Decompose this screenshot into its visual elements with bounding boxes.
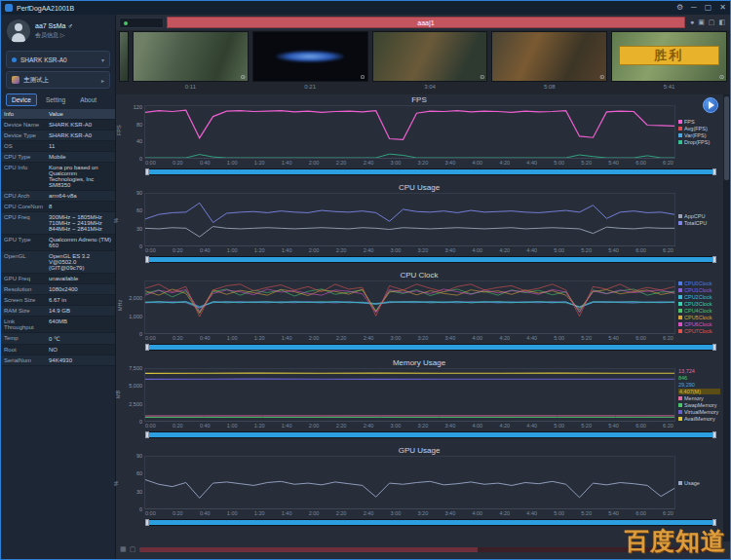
chart-scrollbar[interactable]: [145, 168, 716, 175]
info-key: Resolution: [1, 284, 46, 294]
legend-item[interactable]: TotalCPU: [678, 220, 720, 226]
scrollbar-left-handle[interactable]: [145, 344, 149, 351]
chart-plot[interactable]: [144, 280, 675, 334]
chart-plot[interactable]: [144, 193, 675, 246]
info-key: CPU Info: [1, 163, 46, 190]
legend-item[interactable]: CPU0Clock: [678, 280, 720, 286]
device-info-table: InfoValueDevice NameSHARK KSR-A0Device T…: [1, 109, 115, 559]
thumbnail[interactable]: ⊙0:11: [133, 31, 249, 93]
chart-plot[interactable]: [144, 456, 675, 509]
banner-row: aaa|1 ●▣▢◧: [116, 15, 730, 30]
x-tick-label: 4:20: [499, 509, 510, 518]
legend-item[interactable]: CPU7Clock: [678, 328, 720, 334]
minimize-button[interactable]: ─: [691, 2, 697, 14]
thumbnail[interactable]: ⊙3:04: [372, 31, 488, 93]
thumbnail[interactable]: 胜利⊙5:41: [611, 31, 727, 93]
scrollbar-left-handle[interactable]: [145, 256, 149, 263]
x-tick-label: 2:40: [364, 509, 374, 518]
maximize-button[interactable]: ▢: [705, 2, 712, 14]
legend-item[interactable]: Var(FPS): [678, 132, 720, 138]
legend-marker-icon: [678, 481, 682, 485]
x-axis-ticks: 0:000:200:401:001:201:402:002:202:403:00…: [118, 334, 720, 343]
chart-scrollbar-bar[interactable]: [147, 432, 714, 437]
thumbnail[interactable]: ⊙5:08: [491, 31, 607, 93]
thumbnail-image: 胜利⊙: [611, 31, 727, 82]
header-info: Info: [1, 109, 46, 119]
legend-item[interactable]: AppCPU: [678, 213, 720, 219]
chart-scrollbar-bar[interactable]: [147, 169, 714, 174]
legend-item[interactable]: CPU3Clock: [678, 301, 720, 307]
legend-item[interactable]: Usage: [678, 480, 720, 486]
table-row: Device NameSHARK KSR-A0: [1, 120, 115, 131]
table-row: CPU TypeMobile: [1, 152, 115, 163]
tab-setting[interactable]: Setting: [40, 93, 71, 106]
legend-item[interactable]: CPU2Clock: [678, 294, 720, 300]
scrollbar-left-handle[interactable]: [145, 431, 149, 438]
scrollbar-left-handle[interactable]: [145, 168, 149, 175]
legend-item[interactable]: VirtualMemory: [678, 409, 720, 415]
thumbnail-partial[interactable]: [119, 31, 129, 93]
legend-item[interactable]: CPU5Clock: [678, 315, 720, 320]
legend-item[interactable]: FPS: [678, 119, 720, 125]
user-subtitle[interactable]: 会员信息 ▷: [35, 31, 73, 40]
x-tick-label: 3:40: [444, 509, 455, 518]
table-row: Screen Size6.67 in: [1, 295, 115, 306]
x-tick-label: 3:20: [418, 334, 429, 343]
device-select[interactable]: SHARK KSR-A0 ▾: [6, 51, 110, 68]
legend-label: Var(FPS): [684, 132, 707, 138]
chevron-right-icon: ▸: [101, 77, 104, 84]
app-select[interactable]: 主测试上 ▸: [6, 71, 110, 89]
grid-toggle-icon[interactable]: ▦: [120, 545, 127, 553]
table-row: RAM Size14.9 GB: [1, 306, 115, 317]
legend-item[interactable]: AvailMemory: [678, 416, 720, 422]
table-row: CPU Freq300MHz ~ 1805MHz 710MHz ~ 2419MH…: [1, 212, 115, 235]
chart-scrollbar[interactable]: [145, 256, 716, 263]
displays-icon[interactable]: ◧: [718, 17, 725, 28]
scrollbar-right-handle[interactable]: [712, 344, 716, 351]
chart-scrollbar[interactable]: [145, 431, 716, 438]
y-axis-unit-label: %: [113, 218, 119, 223]
info-value: 300MHz ~ 1805MHz 710MHz ~ 2419MHz 844MHz…: [46, 212, 115, 234]
record-icon[interactable]: ●: [690, 17, 694, 28]
chart-plot[interactable]: [144, 105, 675, 159]
x-tick-label: 0:20: [173, 509, 183, 518]
chart-scrollbar-bar[interactable]: [147, 345, 714, 350]
chart-legend: 13,72484629,2904,407(M)MemorySwapMemoryV…: [675, 368, 720, 422]
legend-item[interactable]: CPU1Clock: [678, 287, 720, 293]
thumbnail[interactable]: ⊙0:21: [252, 31, 368, 93]
chart-plot[interactable]: [144, 368, 675, 422]
window-icon[interactable]: ▢: [709, 17, 715, 28]
legend-label: AppCPU: [684, 213, 705, 219]
x-tick-label: 1:00: [227, 246, 238, 255]
play-button[interactable]: [703, 97, 718, 113]
legend-item[interactable]: SwapMemory: [678, 402, 720, 408]
scrollbar-right-handle[interactable]: [712, 168, 716, 175]
table-row: CPU CoreNum8: [1, 202, 115, 212]
legend-item[interactable]: Avg(FPS): [678, 126, 720, 131]
vertical-scrollbar-thumb[interactable]: [724, 96, 729, 180]
scrollbar-right-handle[interactable]: [712, 256, 716, 263]
legend-label: FPS: [684, 119, 695, 125]
chart-scrollbar-bar[interactable]: [147, 257, 714, 262]
legend-item[interactable]: Drop(FPS): [678, 139, 720, 145]
x-tick-label: 1:40: [282, 159, 292, 168]
settings-button[interactable]: ⚙: [676, 2, 683, 14]
vertical-scrollbar[interactable]: [723, 94, 730, 541]
y-tick-label: 120: [134, 104, 142, 110]
user-card[interactable]: aa7 SsMa ♂ 会员信息 ▷: [1, 15, 115, 48]
thumbnail-timestamp: 5:41: [611, 82, 727, 92]
legend-item[interactable]: CPU6Clock: [678, 321, 720, 327]
capture-button[interactable]: [119, 18, 164, 28]
scrollbar-left-handle[interactable]: [145, 519, 149, 526]
y-tick-label: 40: [136, 138, 142, 144]
tab-device[interactable]: Device: [6, 93, 37, 106]
test-case-banner[interactable]: aaa|1: [167, 17, 685, 28]
chart-scrollbar[interactable]: [145, 344, 716, 351]
legend-item[interactable]: Memory: [678, 395, 720, 401]
box-toggle-icon[interactable]: ▢: [130, 545, 136, 553]
close-button[interactable]: ✕: [719, 2, 726, 14]
scrollbar-right-handle[interactable]: [712, 431, 716, 438]
tab-about[interactable]: About: [74, 93, 102, 106]
camera-icon[interactable]: ▣: [698, 17, 705, 28]
legend-item[interactable]: CPU4Clock: [678, 308, 720, 314]
